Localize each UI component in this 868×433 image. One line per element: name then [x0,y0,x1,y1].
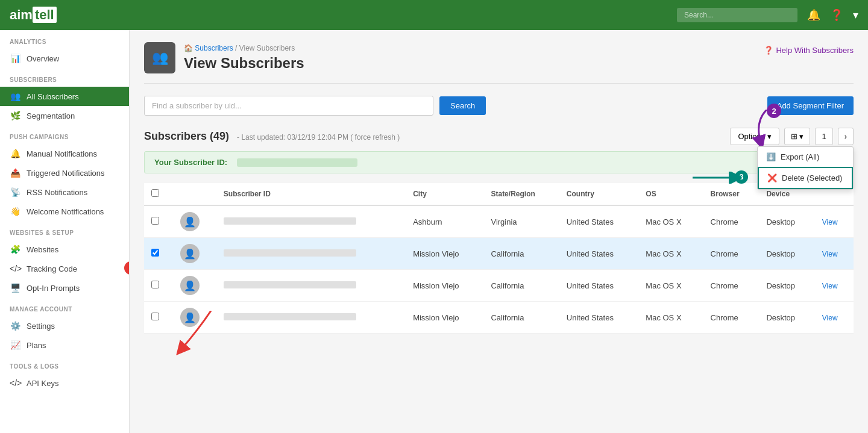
top-nav-right: 🔔 ❓ ▾ [677,8,858,22]
row-checkbox[interactable] [151,313,159,320]
sidebar-item-opt-in-prompts[interactable]: 🖥️ Opt-In Prompts [0,278,129,297]
bell-icon: 🔔 [10,149,20,158]
sidebar-item-label: RSS Notifications [27,188,87,197]
export-all-item[interactable]: ⬇️ Export (All) [758,147,853,167]
sidebar-item-label: Segmentation [27,111,75,120]
sidebar-item-all-subscribers[interactable]: 👥 All Subscribers [0,87,129,106]
count-badge: (49) [210,130,229,142]
th-avatar [173,183,216,205]
delete-selected-item[interactable]: ❌ Delete (Selected) 3 [758,167,853,189]
subscriber-id-label: Your Subscriber ID: [154,158,227,167]
table-row: 👤Mission ViejoCaliforniaUnited StatesMac… [144,238,854,270]
toolbar: Subscribers (49) - Last updated: 03/12/1… [144,128,854,145]
search-bar: Search Add Segment Filter [144,96,854,116]
view-link[interactable]: View [822,218,838,226]
sidebar-item-label: Settings [27,322,55,331]
sidebar-item-welcome-notifications[interactable]: 👋 Welcome Notifications [0,202,129,221]
grid-view-button[interactable]: ⊞ ▾ [784,128,811,145]
row-os: Mac OS X [638,270,703,302]
row-state: Virginia [483,205,559,238]
row-country: United States [559,238,638,270]
page-header: 👥 🏠 Subscribers / View Subscribers View … [144,42,854,84]
sidebar-item-label: API Keys [27,379,58,388]
sidebar-item-settings[interactable]: ⚙️ Settings [0,316,129,335]
export-icon: ⬇️ [766,152,776,161]
sidebar-item-label: Opt-In Prompts [27,284,80,293]
breadcrumb: 🏠 Subscribers / View Subscribers [184,44,304,52]
row-device: Desktop [759,270,814,302]
row-checkbox-cell [144,270,173,302]
row-browser: Chrome [703,238,760,270]
select-all-checkbox[interactable] [151,189,159,197]
row-os: Mac OS X [638,302,703,334]
section-analytics: Analytics [0,30,129,49]
home-icon: 🏠 [184,44,193,52]
sidebar-item-label: Websites [27,245,58,254]
sidebar-item-label: Welcome Notifications [27,207,104,216]
page-title-section: 🏠 Subscribers / View Subscribers View Su… [184,44,304,72]
view-link[interactable]: View [822,282,838,290]
row-action-cell: View [815,238,854,270]
help-circle-icon[interactable]: ❓ [830,8,843,22]
section-websites-setup: Websites & Setup [0,221,129,240]
sidebar-item-triggered-notifications[interactable]: 📤 Triggered Notifications [0,163,129,182]
row-city: Mission Viejo [406,270,483,302]
sidebar-item-rss-notifications[interactable]: 📡 RSS Notifications [0,182,129,202]
table-row: 👤Mission ViejoCaliforniaUnited StatesMac… [144,302,854,334]
th-state-region: State/Region [483,183,559,205]
view-link[interactable]: View [822,250,838,258]
bell-icon[interactable]: 🔔 [807,8,820,22]
section-manage-account: Manage Account [0,297,129,316]
view-link[interactable]: View [822,314,838,322]
table-row: 👤AshburnVirginiaUnited StatesMac OS XChr… [144,205,854,238]
th-country: Country [559,183,638,205]
row-subscriber-id-cell [216,270,406,302]
row-city: Mission Viejo [406,238,483,270]
row-checkbox[interactable] [151,281,159,288]
page-number: 1 [815,128,832,145]
subscriber-id-bar-value [224,249,356,257]
sidebar-item-websites[interactable]: 🧩 Websites [0,240,129,259]
avatar: 👤 [180,276,200,295]
chevron-down-icon[interactable]: ▾ [853,8,858,22]
subscribers-label: Subscribers [144,130,207,142]
th-checkbox [144,183,173,205]
sidebar-item-label: All Subscribers [27,92,79,101]
sidebar-item-plans[interactable]: 📈 Plans [0,335,129,355]
row-action-cell: View [815,302,854,334]
help-with-subscribers-link[interactable]: ❓ Help With Subscribers [764,46,854,55]
row-state: California [483,302,559,334]
websites-icon: 🧩 [10,245,20,254]
welcome-icon: 👋 [10,207,20,216]
row-checkbox[interactable] [151,249,159,257]
sidebar-item-segmentation[interactable]: 🌿 Segmentation [0,106,129,125]
sidebar-item-manual-notifications[interactable]: 🔔 Manual Notifications [0,144,129,163]
sidebar-item-label: Tracking Code [27,264,77,273]
breadcrumb-subscribers-link[interactable]: Subscribers [195,44,233,52]
subscriber-id-value [237,158,357,167]
row-avatar-cell: 👤 [173,205,216,238]
plans-icon: 📈 [10,340,20,350]
sidebar-item-api-keys[interactable]: </> API Keys [0,373,129,393]
row-action-cell: View [815,205,854,238]
help-icon: ❓ [764,46,773,55]
layout: Analytics 📊 Overview Subscribers 👥 All S… [0,0,868,433]
sidebar-item-tracking-code[interactable]: </> Tracking Code 1 [0,259,129,278]
table-body: 👤AshburnVirginiaUnited StatesMac OS XChr… [144,205,854,334]
delete-selected-label: Delete (Selected) [782,173,842,182]
users-icon: 👥 [10,92,20,101]
next-page-button[interactable]: › [838,128,854,145]
page-header-left: 👥 🏠 Subscribers / View Subscribers View … [144,42,304,73]
top-nav-search-input[interactable] [677,8,797,22]
th-browser: Browser [703,183,760,205]
search-input[interactable] [144,96,433,116]
sidebar-item-overview[interactable]: 📊 Overview [0,49,129,68]
table-row: 👤Mission ViejoCaliforniaUnited StatesMac… [144,270,854,302]
annotation-1: 1 [124,261,130,275]
triggered-icon: 📤 [10,168,20,178]
row-checkbox[interactable] [151,217,159,225]
subscribers-count-section: Subscribers (49) - Last updated: 03/12/1… [144,130,400,143]
row-state: California [483,270,559,302]
settings-icon: ⚙️ [10,321,20,331]
search-button[interactable]: Search [439,96,486,115]
